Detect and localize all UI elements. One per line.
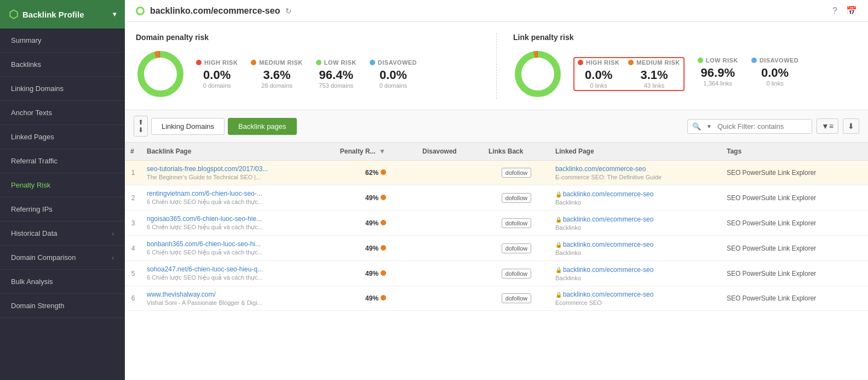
link-high-dot <box>578 60 583 65</box>
link-medium-dot <box>628 60 634 65</box>
penalty-pct-4: 49% <box>365 270 378 277</box>
cell-penalty-5: 49% <box>335 286 417 311</box>
page-link-4[interactable]: sohoa247.net/6-chien-luoc-seo-hieu-q... <box>147 265 263 273</box>
export-button[interactable]: ⬇ <box>843 118 859 134</box>
page-desc-2: 6 Chiến lược SEO hiệu quả và cách thực..… <box>147 224 329 231</box>
linked-desc-2: Backlinko <box>555 224 716 231</box>
dofollow-badge-2: dofollow <box>502 218 531 228</box>
svg-point-0 <box>141 54 180 94</box>
sidebar: ⬡ Backlink Profile ▾ SummaryBacklinksLin… <box>0 0 125 380</box>
page-link-3[interactable]: bonbanh365.com/6-chien-luoc-seo-hi... <box>147 240 261 248</box>
filter-options-button[interactable]: ▼≡ <box>817 118 838 134</box>
page-link-0[interactable]: seo-tutorials-free.blogspot.com/2017/03.… <box>147 165 268 173</box>
filter-input[interactable] <box>713 120 812 133</box>
linking-domains-tab[interactable]: Linking Domains <box>151 118 225 135</box>
backlink-pages-tab[interactable]: Backlink pages <box>228 118 296 135</box>
sidebar-item-anchor-texts[interactable]: Anchor Texts <box>0 101 125 125</box>
cell-num-2: 3 <box>125 211 141 236</box>
filter-dropdown[interactable]: ▾ <box>705 120 713 133</box>
cell-tags-2: SEO PowerSuite Link Explorer <box>721 211 868 236</box>
cell-disavowed-0 <box>417 161 483 185</box>
cell-penalty-2: 49% <box>335 211 417 236</box>
linked-url-1[interactable]: 🔒backlinko.com/ecommerce-seo <box>555 190 653 198</box>
link-medium-sub: 43 links <box>644 82 664 89</box>
col-penalty[interactable]: Penalty R... ▼ <box>335 143 417 161</box>
sidebar-item-bulk-analysis[interactable]: Bulk Analysis <box>0 270 125 294</box>
linked-url-5[interactable]: 🔒backlinko.com/ecommerce-seo <box>555 291 653 298</box>
main-content: backlinko.com/ecommerce-seo ↻ ? 📅 Domain… <box>125 0 868 380</box>
toolbar: ⬆⬇ Linking Domains Backlink pages 🔍 ▾ ▼≡… <box>125 110 868 143</box>
link-high-pct: 0.0% <box>585 68 612 82</box>
page-link-5[interactable]: www.thevishalway.com/ <box>147 291 216 298</box>
cell-links-2: dofollow <box>483 211 550 236</box>
table-row: 4bonbanh365.com/6-chien-luoc-seo-hi...6 … <box>125 236 868 261</box>
sidebar-item-domain-comparison[interactable]: Domain Comparison› <box>0 246 125 270</box>
linked-url-2[interactable]: 🔒backlinko.com/ecommerce-seo <box>555 215 653 223</box>
link-disavowed-label: DISAVOWED <box>760 57 799 64</box>
lock-icon-1: 🔒 <box>555 191 562 197</box>
domain-risk-stats: HIGH RISK 0.0% 0 domains MEDIUM RISK 3.6… <box>196 59 417 89</box>
page-desc-5: Vishal Soni - A Passionate Blogger & Dig… <box>147 299 329 306</box>
penalty-dot-1 <box>381 195 386 200</box>
linked-url-4[interactable]: 🔒backlinko.com/ecommerce-seo <box>555 266 653 274</box>
table-row: 6www.thevishalway.com/Vishal Soni - A Pa… <box>125 286 868 311</box>
dofollow-badge-1: dofollow <box>502 193 531 203</box>
domain-high-stat: HIGH RISK 0.0% 0 domains <box>196 59 238 89</box>
domain-low-stat: LOW RISK 96.4% 753 domains <box>316 59 357 89</box>
link-low-dot <box>698 58 703 63</box>
col-linked: Linked Page <box>550 143 721 161</box>
link-risk-stats: HIGH RISK 0.0% 0 links MEDIUM RISK <box>573 57 798 91</box>
table-wrap: # Backlink Page Penalty R... ▼ Disavowed… <box>125 143 868 380</box>
refresh-icon[interactable]: ↻ <box>285 7 292 15</box>
panels-row: Domain penalty risk HIGH RISK <box>125 22 868 110</box>
sidebar-item-backlinks[interactable]: Backlinks <box>0 53 125 77</box>
medium-dot <box>251 60 256 65</box>
link-low-pct: 96.9% <box>698 66 738 80</box>
cell-tags-1: SEO PowerSuite Link Explorer <box>721 185 868 211</box>
linked-url-3[interactable]: 🔒backlinko.com/ecommerce-seo <box>555 241 653 248</box>
page-link-1[interactable]: rentingvietnam.com/6-chien-luoc-seo-... <box>147 190 262 197</box>
sidebar-item-linked-pages[interactable]: Linked Pages <box>0 125 125 149</box>
cell-linked-2: 🔒backlinko.com/ecommerce-seoBacklinko <box>550 211 721 236</box>
sidebar-item-label-linking-domains: Linking Domains <box>11 84 64 93</box>
sidebar-title: Backlink Profile <box>22 10 84 19</box>
sidebar-item-linking-domains[interactable]: Linking Domains <box>0 77 125 101</box>
filter-input-wrap: 🔍 ▾ <box>687 119 812 134</box>
domain-disavowed-pct: 0.0% <box>370 68 417 82</box>
domain-penalty-title: Domain penalty risk <box>136 33 480 42</box>
sidebar-nav: SummaryBacklinksLinking DomainsAnchor Te… <box>0 29 125 380</box>
sidebar-item-summary[interactable]: Summary <box>0 29 125 53</box>
search-icon[interactable]: 🔍 <box>688 120 705 133</box>
help-icon[interactable]: ? <box>832 6 837 16</box>
sidebar-item-label-linked-pages: Linked Pages <box>11 133 54 141</box>
sidebar-item-domain-strength[interactable]: Domain Strength <box>0 294 125 318</box>
sidebar-item-label-summary: Summary <box>11 36 42 44</box>
sidebar-item-referring-ips[interactable]: Referring IPs <box>0 197 125 222</box>
sidebar-header[interactable]: ⬡ Backlink Profile ▾ <box>0 0 125 29</box>
page-link-2[interactable]: ngoisao365.com/6-chien-luoc-seo-hie... <box>147 215 262 223</box>
cell-linked-4: 🔒backlinko.com/ecommerce-seoBacklinko <box>550 261 721 286</box>
page-desc-0: The Beginner's Guide to Technical SEO |.… <box>147 174 329 180</box>
sidebar-item-historical-data[interactable]: Historical Data› <box>0 222 125 246</box>
penalty-pct-5: 49% <box>365 294 378 302</box>
sidebar-item-label-backlinks: Backlinks <box>11 60 41 69</box>
sidebar-collapse-icon[interactable]: ▾ <box>113 10 116 18</box>
cell-page-5: www.thevishalway.com/Vishal Soni - A Pas… <box>141 286 335 311</box>
calendar-icon[interactable]: 📅 <box>846 5 857 16</box>
sidebar-item-label-domain-strength: Domain Strength <box>11 302 65 310</box>
link-medium-label: MEDIUM RISK <box>636 59 680 66</box>
domain-low-sub: 753 domains <box>316 82 357 89</box>
cell-page-4: sohoa247.net/6-chien-luoc-seo-hieu-q...6… <box>141 261 335 286</box>
domain-high-sub: 0 domains <box>196 82 238 89</box>
sidebar-item-penalty-risk[interactable]: Penalty Risk <box>0 173 125 197</box>
sidebar-item-label-referring-ips: Referring IPs <box>11 205 53 213</box>
link-disavowed-dot <box>751 58 757 63</box>
collapse-button[interactable]: ⬆⬇ <box>134 116 148 137</box>
cell-penalty-4: 49% <box>335 261 417 286</box>
linked-url-0[interactable]: backlinko.com/ecommerce-seo <box>555 165 646 173</box>
penalty-pct-1: 49% <box>365 194 378 202</box>
table-row: 3ngoisao365.com/6-chien-luoc-seo-hie...6… <box>125 211 868 236</box>
sidebar-item-label-referral-traffic: Referral Traffic <box>11 157 58 165</box>
linked-desc-0: E-commerce SEO: The Definitive Guide <box>555 174 716 180</box>
sidebar-item-referral-traffic[interactable]: Referral Traffic <box>0 149 125 173</box>
